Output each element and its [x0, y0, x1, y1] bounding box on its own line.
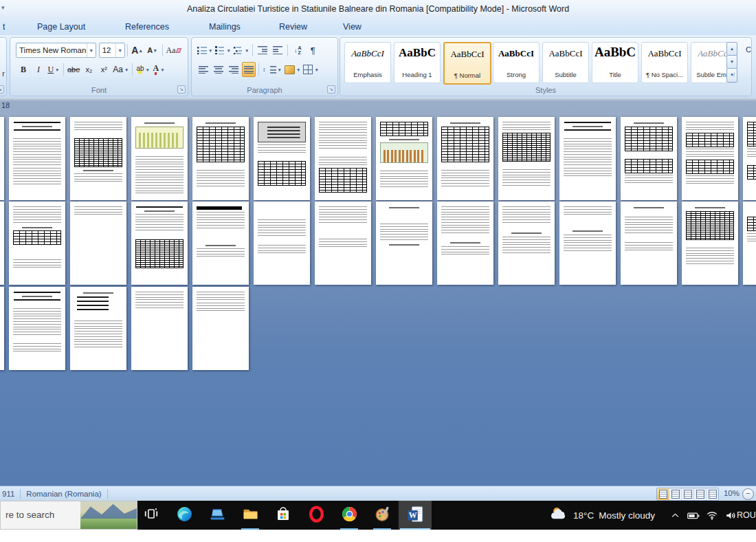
- page-thumbnail[interactable]: [498, 202, 555, 285]
- page-thumbnail[interactable]: [70, 287, 126, 370]
- clear-formatting-button[interactable]: Aa: [166, 43, 181, 58]
- font-dialog-launcher-icon[interactable]: [177, 85, 186, 94]
- numbering-button[interactable]: [214, 43, 231, 58]
- taskbar-word-button[interactable]: W: [399, 501, 432, 530]
- bold-button[interactable]: B: [16, 62, 30, 77]
- align-left-button[interactable]: [197, 62, 210, 77]
- underline-button[interactable]: U: [47, 62, 60, 77]
- ribbon-tab-view[interactable]: View: [340, 21, 364, 34]
- font-color-dropdown-icon[interactable]: [160, 67, 164, 72]
- page-thumbnail[interactable]: [70, 117, 126, 200]
- page-thumbnail[interactable]: [498, 117, 555, 200]
- page-thumbnail[interactable]: [9, 117, 65, 200]
- show-hide-pilcrow-button[interactable]: ¶: [306, 43, 320, 58]
- taskbar-store-button[interactable]: [267, 501, 300, 530]
- page-thumbnail[interactable]: [131, 117, 188, 200]
- zoom-level[interactable]: 10%: [724, 489, 740, 497]
- page-thumbnail[interactable]: [70, 202, 126, 285]
- page-thumbnail[interactable]: [559, 117, 616, 200]
- align-right-button[interactable]: [227, 62, 241, 77]
- paragraph-dialog-launcher-icon[interactable]: [327, 85, 335, 94]
- view-full-screen-reading-button[interactable]: [669, 488, 682, 500]
- style-chip-normal[interactable]: AaBbCcI¶ Normal: [443, 42, 491, 85]
- page-thumbnail[interactable]: [131, 202, 188, 285]
- style-chip-subtitle[interactable]: AaBbCcISubtitle: [542, 42, 589, 83]
- taskbar-opera-button[interactable]: [300, 501, 333, 530]
- underline-dropdown-icon[interactable]: [55, 67, 59, 72]
- view-outline-button[interactable]: [694, 488, 707, 500]
- tray-volume-icon[interactable]: [724, 501, 737, 530]
- justify-button[interactable]: [242, 62, 256, 77]
- sort-button[interactable]: AZ: [291, 43, 304, 58]
- page-thumbnail[interactable]: [0, 202, 4, 285]
- taskbar-edge-button[interactable]: [168, 501, 201, 530]
- taskbar-paint-button[interactable]: [366, 501, 399, 530]
- page-thumbnail[interactable]: [682, 202, 738, 285]
- styles-scroll-down-icon[interactable]: ▼: [726, 55, 737, 69]
- bullets-dropdown-icon[interactable]: [208, 48, 212, 53]
- tray-wifi-icon[interactable]: [705, 501, 719, 530]
- strikethrough-button[interactable]: abe: [67, 62, 80, 77]
- view-web-layout-button[interactable]: [682, 488, 694, 500]
- line-spacing-dropdown-icon[interactable]: [278, 67, 282, 72]
- taskbar-file-explorer-button[interactable]: [234, 501, 267, 530]
- tray-battery-icon[interactable]: [687, 501, 700, 530]
- page-thumbnail[interactable]: [0, 117, 4, 200]
- ribbon-tab-page-layout[interactable]: Page Layout: [34, 21, 88, 34]
- zoom-out-button[interactable]: [742, 488, 754, 500]
- style-chip-strong[interactable]: AaBbCcIStrong: [493, 42, 540, 83]
- page-thumbnail[interactable]: [9, 202, 65, 285]
- view-print-layout-button[interactable]: [657, 488, 669, 500]
- view-draft-button[interactable]: [707, 488, 718, 500]
- ribbon-tab-t[interactable]: t: [0, 21, 12, 34]
- ribbon-tab-references[interactable]: References: [122, 21, 172, 34]
- search-highlight-image[interactable]: [80, 501, 137, 530]
- styles-more-icon[interactable]: ▼̸: [726, 68, 737, 83]
- clipboard-dialog-launcher-icon[interactable]: [0, 85, 4, 94]
- decrease-indent-button[interactable]: [256, 43, 269, 58]
- style-chip-title[interactable]: AaBbCTitle: [592, 42, 638, 83]
- page-thumbnail[interactable]: [192, 287, 249, 370]
- taskbar-task-view-button[interactable]: [135, 501, 168, 530]
- italic-button[interactable]: I: [32, 62, 45, 77]
- numbering-dropdown-icon[interactable]: [226, 48, 230, 53]
- text-highlight-button[interactable]: ab: [135, 62, 151, 77]
- subscript-button[interactable]: x₂: [82, 62, 96, 77]
- taskbar-chrome-button[interactable]: [333, 501, 366, 530]
- page-thumbnail[interactable]: [559, 202, 616, 285]
- shrink-font-button[interactable]: A▼: [146, 43, 159, 58]
- grow-font-button[interactable]: A▲: [131, 43, 144, 58]
- style-chip-h1[interactable]: AaBbCHeading 1: [394, 42, 441, 83]
- line-spacing-button[interactable]: [262, 62, 282, 77]
- page-thumbnail[interactable]: [621, 117, 677, 200]
- borders-dropdown-icon[interactable]: [314, 67, 318, 72]
- align-center-button[interactable]: [212, 62, 225, 77]
- page-thumbnail[interactable]: [621, 202, 677, 285]
- page-thumbnail[interactable]: [254, 117, 310, 200]
- page-thumbnail[interactable]: [682, 117, 738, 200]
- ribbon-tab-mailings[interactable]: Mailings: [206, 21, 243, 34]
- page-thumbnail[interactable]: [437, 117, 493, 200]
- taskbar-search-input[interactable]: re to search: [0, 501, 137, 530]
- multilevel-list-button[interactable]: [233, 43, 249, 58]
- styles-scroll-up-icon[interactable]: ▲: [726, 42, 737, 56]
- bullets-button[interactable]: [197, 43, 213, 58]
- page-thumbnail[interactable]: [192, 202, 249, 285]
- page-thumbnail[interactable]: [376, 202, 432, 285]
- page-thumbnail[interactable]: [0, 287, 4, 370]
- page-thumbnail[interactable]: [192, 117, 249, 200]
- increase-indent-button[interactable]: [271, 43, 285, 58]
- page-thumbnail[interactable]: [315, 202, 371, 285]
- shading-button[interactable]: [284, 62, 301, 77]
- font-size-combo[interactable]: 12: [99, 43, 125, 58]
- style-chip-emphasis[interactable]: AaBbCcIEmphasis: [344, 42, 391, 83]
- page-thumbnail[interactable]: [131, 287, 188, 370]
- multilevel-dropdown-icon[interactable]: [245, 48, 249, 53]
- change-case-dropdown-icon[interactable]: [124, 67, 129, 72]
- font-size-dropdown-icon[interactable]: [115, 43, 124, 57]
- page-thumbnail[interactable]: [743, 117, 756, 200]
- highlight-dropdown-icon[interactable]: [146, 67, 150, 72]
- taskbar-language[interactable]: ROU: [737, 501, 756, 530]
- borders-button[interactable]: [302, 62, 319, 77]
- change-styles-button-fragment[interactable]: Change Styles: [746, 45, 751, 54]
